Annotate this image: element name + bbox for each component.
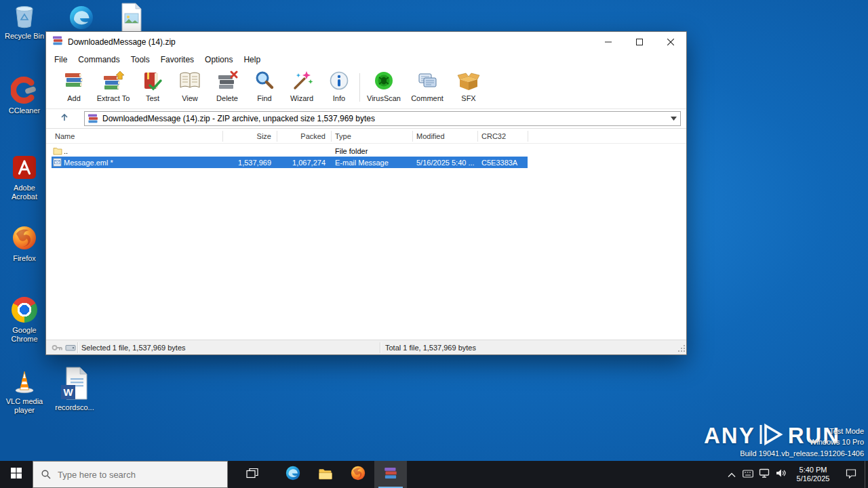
test-label: Test	[146, 94, 159, 102]
winrar-logo-icon	[52, 35, 63, 49]
table-row-message-eml[interactable]: Message.eml * 1,537,969 1,067,274 E-mail…	[52, 157, 528, 168]
extract-to-button[interactable]: Extract To	[94, 69, 133, 108]
desktop-icon-label: Google Chrome	[1, 326, 47, 344]
info-button[interactable]: Info	[319, 69, 359, 108]
dropdown-icon[interactable]	[667, 112, 680, 125]
svg-text:W: W	[63, 386, 73, 398]
winrar-logo-icon	[384, 466, 397, 483]
title-bar[interactable]: DownloadedMessage (14).zip	[46, 32, 686, 52]
action-center-icon	[846, 468, 856, 481]
column-header-crc32[interactable]: CRC32	[481, 129, 506, 144]
drive-icon[interactable]	[65, 343, 76, 354]
taskbar-clock[interactable]: 5:40 PM 5/16/2025	[789, 461, 837, 488]
menu-commands[interactable]: Commands	[73, 52, 125, 67]
column-header-modified[interactable]: Modified	[416, 129, 445, 144]
desktop-icon-recycle-bin[interactable]: Recycle Bin	[1, 3, 47, 41]
taskbar-file-explorer[interactable]	[309, 461, 342, 488]
watermark-build: Build 19041.vb_release.191206-1406	[740, 449, 864, 458]
address-combobox[interactable]: DownloadedMessage (14).zip - ZIP archive…	[84, 111, 681, 126]
edge-icon	[68, 4, 95, 31]
column-divider[interactable]	[222, 131, 223, 142]
toolbar: Add Extract To T	[46, 67, 686, 109]
image-file-icon	[119, 3, 144, 33]
view-button[interactable]: View	[170, 69, 210, 108]
taskbar-edge[interactable]	[277, 461, 309, 488]
speaker-icon	[776, 468, 786, 481]
clock-date: 5/16/2025	[797, 474, 830, 483]
column-header-name[interactable]: Name	[55, 129, 75, 144]
minimize-button[interactable]	[593, 32, 624, 52]
delete-button[interactable]: Delete	[208, 69, 247, 108]
row-modified: 5/16/2025 5:40 ...	[416, 157, 475, 168]
menu-favorites[interactable]: Favorites	[155, 52, 199, 67]
resize-grip[interactable]	[677, 344, 686, 354]
desktop-icon-google-chrome[interactable]: Google Chrome	[1, 296, 47, 344]
comment-label: Comment	[411, 94, 443, 102]
minimize-icon	[605, 36, 612, 48]
wizard-button[interactable]: Wizard	[282, 69, 321, 108]
show-desktop-button[interactable]	[865, 461, 868, 488]
key-icon[interactable]	[52, 343, 63, 354]
table-row-parent-folder[interactable]: .. File folder	[52, 145, 528, 157]
action-center-button[interactable]	[837, 461, 865, 488]
desktop-icon-recordsco[interactable]: W recordsco...	[52, 366, 98, 412]
add-button[interactable]: Add	[54, 69, 94, 108]
desktop-icon-vlc[interactable]: VLC media player	[1, 368, 47, 415]
comment-button[interactable]: Comment	[408, 69, 447, 108]
up-icon	[59, 112, 70, 125]
column-divider[interactable]	[528, 131, 528, 142]
virusscan-button[interactable]: VirusScan	[364, 69, 403, 108]
sfx-button[interactable]: SFX	[449, 69, 488, 108]
desktop-icon-image-file[interactable]	[108, 3, 155, 33]
desktop-icon-ccleaner[interactable]: CCleaner	[1, 76, 47, 115]
start-button[interactable]	[0, 461, 33, 488]
menu-help[interactable]: Help	[238, 52, 266, 67]
start-icon	[11, 468, 22, 481]
menu-tools[interactable]: Tools	[125, 52, 155, 67]
close-button[interactable]	[655, 32, 686, 52]
column-header-type[interactable]: Type	[335, 129, 351, 144]
winrar-window: DownloadedMessage (14).zip File Commands…	[45, 31, 687, 355]
desktop-icon-adobe-acrobat[interactable]: Adobe Acrobat	[1, 153, 47, 201]
taskbar-search[interactable]	[33, 461, 228, 488]
menu-options[interactable]: Options	[199, 52, 238, 67]
tray-keyboard-button[interactable]	[740, 461, 756, 488]
delete-label: Delete	[216, 94, 238, 102]
extract-icon	[102, 69, 125, 92]
row-size: 1,537,969	[222, 157, 271, 168]
address-text: DownloadedMessage (14).zip - ZIP archive…	[102, 114, 667, 123]
search-input[interactable]	[58, 470, 210, 480]
eml-file-icon	[53, 157, 62, 168]
taskbar-winrar[interactable]	[374, 461, 407, 488]
taskbar-firefox[interactable]	[342, 461, 374, 488]
toolbar-separator	[359, 73, 360, 102]
column-header-packed[interactable]: Packed	[277, 129, 326, 144]
column-divider[interactable]	[277, 131, 277, 142]
row-crc32: C5E3383A	[481, 157, 517, 168]
test-button[interactable]: Test	[133, 69, 172, 108]
desktop-icon-label: Recycle Bin	[5, 32, 44, 41]
explorer-icon	[318, 467, 333, 483]
column-divider[interactable]	[412, 131, 413, 142]
view-label: View	[182, 94, 198, 102]
tray-volume-button[interactable]	[772, 461, 789, 488]
info-label: Info	[333, 94, 345, 102]
desktop-icon-edge[interactable]	[58, 4, 104, 31]
column-divider[interactable]	[331, 131, 332, 142]
column-divider[interactable]	[477, 131, 478, 142]
tray-chevron-button[interactable]	[724, 461, 740, 488]
task-view-button[interactable]	[236, 461, 269, 488]
find-icon	[253, 69, 276, 92]
tray-network-button[interactable]	[756, 461, 772, 488]
desktop-icon-firefox[interactable]: Firefox	[1, 224, 47, 263]
find-button[interactable]: Find	[245, 69, 284, 108]
menu-file[interactable]: File	[49, 52, 73, 67]
up-button[interactable]	[53, 111, 76, 126]
watermark-os: Windows 10 Pro	[810, 438, 864, 446]
maximize-button[interactable]	[624, 32, 655, 52]
edge-icon	[285, 465, 301, 484]
menu-bar: File Commands Tools Favorites Options He…	[46, 52, 686, 67]
list-header: Name Size Packed Type Modified CRC32	[46, 129, 686, 144]
column-header-size[interactable]: Size	[222, 129, 271, 144]
status-divider	[77, 342, 78, 353]
